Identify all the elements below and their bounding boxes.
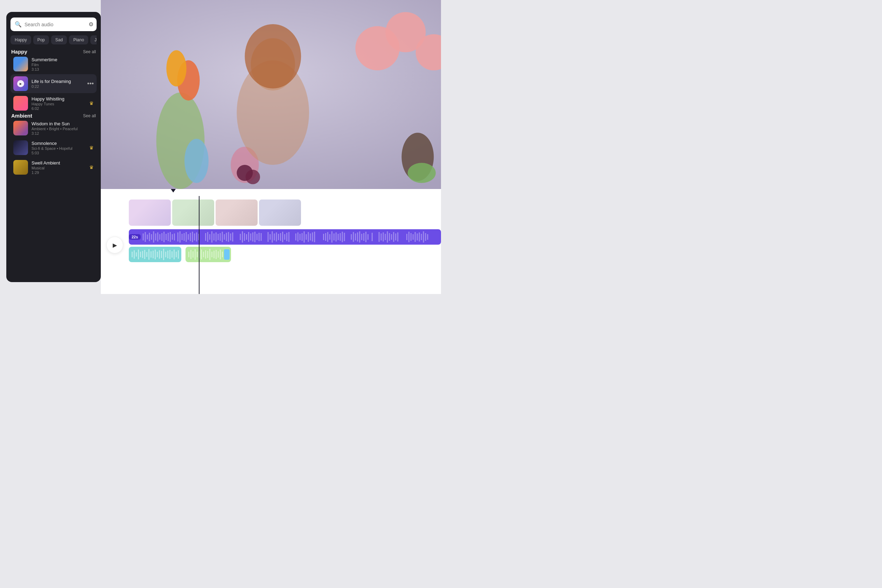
- svg-rect-24: [159, 234, 160, 240]
- svg-rect-130: [427, 234, 428, 240]
- svg-rect-158: [197, 252, 198, 257]
- track-item-summertime[interactable]: Summertime Film 3:13: [10, 55, 97, 74]
- svg-rect-169: [220, 249, 221, 260]
- svg-rect-161: [203, 252, 204, 257]
- svg-rect-114: [387, 231, 388, 243]
- svg-rect-84: [306, 234, 307, 240]
- track-item-somnolence[interactable]: Somnolence Sci-fi & Space • Hopeful 5:03…: [10, 138, 97, 157]
- svg-rect-75: [282, 232, 283, 242]
- track-info-wisdom-in-the-sun: Wisdom in the Sun Ambient • Bright • Pea…: [32, 121, 94, 135]
- svg-rect-80: [297, 232, 298, 242]
- section-title-happy: Happy: [11, 49, 27, 55]
- svg-rect-61: [248, 232, 249, 242]
- svg-rect-97: [340, 233, 341, 241]
- see-all-ambient[interactable]: See all: [83, 113, 96, 118]
- section-header-happy: Happy See all: [10, 49, 97, 55]
- video-thumb-3[interactable]: [216, 200, 258, 226]
- see-all-happy[interactable]: See all: [83, 50, 96, 54]
- search-bar[interactable]: 🔍 ⚙: [10, 18, 97, 31]
- svg-rect-104: [359, 231, 360, 243]
- svg-rect-68: [267, 232, 268, 242]
- audio-waveform-purple[interactable]: 22s: [129, 229, 441, 244]
- video-thumb-2[interactable]: [172, 200, 214, 226]
- audio-track-row: 22s: [129, 228, 441, 245]
- svg-rect-98: [342, 232, 343, 242]
- search-icon: 🔍: [15, 21, 22, 28]
- scene-svg: [101, 0, 441, 189]
- svg-rect-48: [216, 232, 217, 242]
- tags-row: Happy Pop Sad Piano Jazz Bi›: [10, 35, 97, 45]
- svg-rect-119: [397, 232, 398, 242]
- sections-container: Happy See all Summertime Film 3:13 ▶ Lif…: [10, 49, 97, 177]
- track-duration-wisdom-in-the-sun: 3:12: [32, 131, 94, 135]
- svg-rect-147: [165, 252, 166, 257]
- tag-jazz[interactable]: Jazz: [90, 35, 97, 45]
- track-duration-summertime: 3:13: [32, 67, 94, 71]
- search-input[interactable]: [24, 22, 86, 27]
- svg-rect-26: [164, 232, 165, 242]
- svg-rect-37: [188, 234, 189, 240]
- waveform-svg: [129, 229, 441, 244]
- svg-rect-125: [417, 234, 418, 240]
- video-thumbs-row: [129, 196, 441, 228]
- svg-rect-30: [172, 234, 173, 240]
- track-name-summertime: Summertime: [32, 57, 94, 62]
- svg-rect-77: [286, 233, 287, 241]
- cyan-waveform: [129, 247, 181, 262]
- track-thumb-life-is-for-dreaming: ▶: [13, 76, 28, 91]
- track-genre-summertime: Film: [32, 63, 94, 67]
- svg-rect-70: [272, 231, 273, 243]
- audio-clip-cyan[interactable]: [129, 247, 181, 262]
- svg-point-8: [244, 24, 301, 88]
- track-item-happy-whistling[interactable]: Happy Whistling Happy Tunes 6:02 ♛: [10, 94, 97, 113]
- audio-clip-green[interactable]: [186, 247, 231, 262]
- svg-rect-108: [368, 234, 369, 240]
- svg-rect-55: [230, 234, 231, 240]
- svg-rect-118: [395, 234, 396, 240]
- tag-pop[interactable]: Pop: [33, 35, 49, 45]
- svg-rect-113: [385, 234, 386, 240]
- svg-rect-36: [186, 232, 187, 242]
- track-genre-happy-whistling: Happy Tunes: [32, 102, 86, 106]
- track-info-summertime: Summertime Film 3:13: [32, 57, 94, 71]
- svg-rect-57: [240, 234, 241, 240]
- track-duration-happy-whistling: 6:02: [32, 106, 86, 111]
- svg-rect-112: [382, 232, 384, 242]
- svg-rect-105: [361, 234, 362, 240]
- tag-piano[interactable]: Piano: [69, 35, 88, 45]
- svg-rect-116: [391, 234, 392, 240]
- svg-rect-101: [353, 232, 354, 242]
- video-thumb-4[interactable]: [259, 200, 301, 226]
- track-item-wisdom-in-the-sun[interactable]: Wisdom in the Sun Ambient • Bright • Pea…: [10, 118, 97, 138]
- track-thumb-somnolence: [13, 140, 28, 155]
- video-thumb-1[interactable]: [129, 200, 171, 226]
- svg-rect-47: [213, 234, 214, 240]
- track-list-happy: Summertime Film 3:13 ▶ Life is for Dream…: [10, 55, 97, 113]
- svg-rect-88: [314, 232, 315, 242]
- filter-icon[interactable]: ⚙: [88, 21, 93, 28]
- svg-rect-127: [421, 234, 422, 240]
- track-item-swell-ambient[interactable]: Swell Ambient Musical 1:29 ♛: [10, 158, 97, 177]
- svg-rect-103: [357, 232, 358, 242]
- playhead-triangle: [171, 189, 176, 192]
- svg-rect-18: [147, 234, 148, 239]
- svg-rect-146: [163, 249, 164, 260]
- svg-rect-60: [246, 234, 247, 240]
- svg-rect-137: [144, 250, 145, 259]
- svg-rect-21: [153, 231, 154, 243]
- svg-rect-94: [333, 234, 334, 240]
- track-dots-life-is-for-dreaming[interactable]: •••: [87, 80, 94, 87]
- svg-point-15: [408, 163, 436, 183]
- tag-happy[interactable]: Happy: [10, 35, 31, 45]
- svg-rect-100: [351, 234, 352, 240]
- svg-rect-166: [213, 250, 214, 258]
- track-item-life-is-for-dreaming[interactable]: ▶ Life is for Dreaming 0:22 •••: [10, 74, 97, 93]
- svg-rect-167: [216, 250, 217, 259]
- play-button[interactable]: ▶: [106, 237, 123, 254]
- section-header-ambient: Ambient See all: [10, 113, 97, 118]
- svg-rect-81: [300, 234, 301, 240]
- svg-rect-141: [153, 250, 154, 258]
- svg-rect-106: [363, 233, 364, 241]
- tag-sad[interactable]: Sad: [51, 35, 67, 45]
- svg-point-4: [184, 139, 208, 183]
